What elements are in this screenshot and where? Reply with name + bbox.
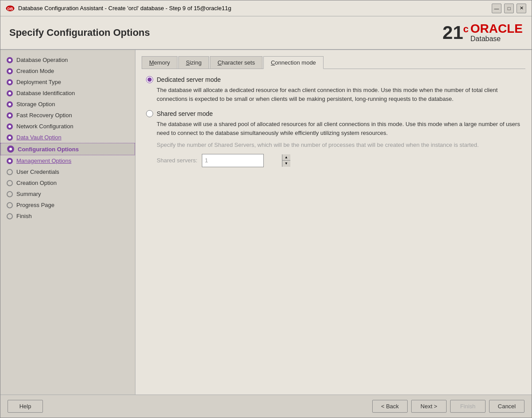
shared-server-label[interactable]: Shared server mode xyxy=(157,110,213,117)
main-window: DB Database Configuration Assistant - Cr… xyxy=(0,0,532,418)
oracle-version-superscript: c xyxy=(463,23,469,35)
shared-servers-spinner[interactable]: ▲ ▼ xyxy=(202,154,264,167)
shared-server-hint: Specify the number of Shared Servers, wh… xyxy=(157,141,521,150)
shared-server-radio-row: Shared server mode xyxy=(146,110,521,117)
step-circle-6 xyxy=(7,112,13,119)
sidebar-item-creation-mode: Creation Mode xyxy=(0,65,135,77)
spinner-up-button[interactable]: ▲ xyxy=(282,154,290,161)
sidebar-item-database-operation: Database Operation xyxy=(0,54,135,65)
spinner-buttons: ▲ ▼ xyxy=(282,154,290,167)
tab-sizing[interactable]: Sizing xyxy=(178,56,209,69)
sidebar-item-label: Progress Page xyxy=(16,202,54,208)
step-circle-3 xyxy=(7,79,13,85)
sidebar-item-label: Summary xyxy=(16,191,41,197)
maximize-button[interactable]: □ xyxy=(504,4,514,13)
shared-servers-row: Shared servers: ▲ ▼ xyxy=(157,154,521,167)
sidebar-item-data-vault[interactable]: Data Vault Option xyxy=(0,132,135,143)
sidebar-item-database-identification: Database Identification xyxy=(0,88,135,99)
step-circle-12 xyxy=(7,180,13,186)
oracle-logo-right: ORACLE Database xyxy=(470,23,523,43)
tab-connection-mode[interactable]: Connection mode xyxy=(263,56,324,69)
sidebar-item-label: Deployment Type xyxy=(16,79,61,85)
window-title: Database Configuration Assistant - Creat… xyxy=(18,5,231,12)
close-button[interactable]: ✕ xyxy=(517,4,526,13)
sidebar-item-label: Configuration Options xyxy=(18,146,79,153)
sidebar-item-label: Finish xyxy=(16,213,32,219)
title-bar: DB Database Configuration Assistant - Cr… xyxy=(0,0,532,16)
sidebar-item-label: Fast Recovery Option xyxy=(16,112,72,119)
shared-servers-input[interactable] xyxy=(202,154,282,167)
oracle-logo: 21c ORACLE Database xyxy=(443,23,523,43)
sidebar-item-label: Database Operation xyxy=(16,57,68,63)
sidebar-item-summary: Summary xyxy=(0,188,135,199)
tab-sizing-label: Sizing xyxy=(186,59,201,66)
step-circle-15 xyxy=(7,213,13,219)
app-icon: DB xyxy=(6,4,15,13)
step-circle-1 xyxy=(7,57,13,63)
sidebar-item-network-configuration: Network Configuration xyxy=(0,121,135,132)
oracle-version-number: 21c xyxy=(443,23,469,42)
next-button[interactable]: Next > xyxy=(411,400,447,413)
step-circle-14 xyxy=(7,202,13,208)
footer-right: < Back Next > Finish Cancel xyxy=(372,400,524,413)
sidebar-item-management-options[interactable]: Management Options xyxy=(0,155,135,166)
step-circle-4 xyxy=(7,90,13,96)
back-button[interactable]: < Back xyxy=(372,400,408,413)
oracle-brand: ORACLE xyxy=(470,23,523,35)
tab-connection-mode-label: Connection mode xyxy=(271,59,316,66)
sidebar-item-label: Data Vault Option xyxy=(16,134,62,141)
cancel-button[interactable]: Cancel xyxy=(489,400,524,413)
dedicated-server-description: The database will allocate a dedicated r… xyxy=(157,86,521,103)
step-circle-8 xyxy=(7,134,13,141)
step-circle-10 xyxy=(7,158,13,164)
step-circle-13 xyxy=(7,191,13,197)
oracle-product: Database xyxy=(470,35,501,43)
sidebar-item-deployment-type: Deployment Type xyxy=(0,77,135,88)
sidebar-item-label: User Credentials xyxy=(16,169,59,175)
dedicated-server-label[interactable]: Dedicated server mode xyxy=(157,76,221,83)
shared-servers-label: Shared servers: xyxy=(157,157,197,164)
sidebar-item-configuration-options[interactable]: Configuration Options xyxy=(0,143,135,155)
sidebar-item-progress-page: Progress Page xyxy=(0,199,135,211)
header: Specify Configuration Options 21c ORACLE… xyxy=(0,16,532,50)
title-bar-left: DB Database Configuration Assistant - Cr… xyxy=(6,4,231,13)
step-circle-11 xyxy=(7,169,13,175)
dedicated-server-radio[interactable] xyxy=(146,76,153,83)
tab-character-sets-label: Character sets xyxy=(217,59,255,66)
footer-left: Help xyxy=(8,400,43,413)
title-bar-buttons: — □ ✕ xyxy=(492,4,526,13)
tabs-bar: Memory Sizing Character sets Connection … xyxy=(142,56,525,69)
svg-text:DB: DB xyxy=(8,7,13,11)
sidebar-item-storage-option: Storage Option xyxy=(0,99,135,110)
tab-character-sets[interactable]: Character sets xyxy=(210,56,262,69)
sidebar: Database Operation Creation Mode Deploym… xyxy=(0,50,135,395)
shared-server-radio[interactable] xyxy=(146,110,153,117)
minimize-button[interactable]: — xyxy=(492,4,501,13)
sidebar-item-label: Network Configuration xyxy=(16,123,73,130)
sidebar-item-label: Creation Mode xyxy=(16,68,54,74)
finish-button[interactable]: Finish xyxy=(450,400,486,413)
dedicated-server-option: Dedicated server mode The database will … xyxy=(146,76,521,103)
main-panel: Memory Sizing Character sets Connection … xyxy=(135,50,532,395)
shared-server-option: Shared server mode The database will use… xyxy=(146,110,521,167)
sidebar-item-fast-recovery: Fast Recovery Option xyxy=(0,110,135,121)
sidebar-item-label: Database Identification xyxy=(16,90,75,96)
help-button[interactable]: Help xyxy=(8,400,43,413)
shared-server-description: The database will use a shared pool of a… xyxy=(157,120,521,137)
page-title: Specify Configuration Options xyxy=(9,27,150,38)
sidebar-item-finish: Finish xyxy=(0,211,135,222)
sidebar-item-label: Storage Option xyxy=(16,101,55,107)
step-circle-2 xyxy=(7,68,13,74)
sidebar-item-user-credentials: User Credentials xyxy=(0,166,135,177)
sidebar-item-label: Management Options xyxy=(16,157,71,164)
tab-content-connection-mode: Dedicated server mode The database will … xyxy=(142,69,525,388)
spinner-down-button[interactable]: ▼ xyxy=(282,161,290,167)
dedicated-server-radio-row: Dedicated server mode xyxy=(146,76,521,83)
content-area: Database Operation Creation Mode Deploym… xyxy=(0,50,532,395)
step-circle-9 xyxy=(7,146,14,153)
step-circle-5 xyxy=(7,101,13,107)
sidebar-item-creation-option: Creation Option xyxy=(0,177,135,188)
step-circle-7 xyxy=(7,123,13,130)
footer: Help < Back Next > Finish Cancel xyxy=(0,395,532,418)
tab-memory[interactable]: Memory xyxy=(142,56,177,69)
